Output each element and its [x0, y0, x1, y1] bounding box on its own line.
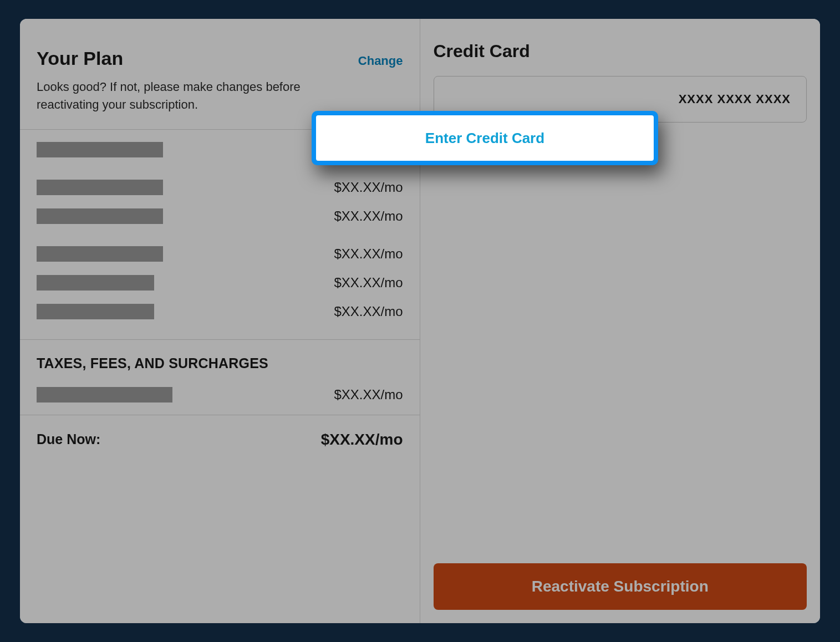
- redacted-label: [37, 275, 154, 291]
- taxes-title: TAXES, FEES, AND SURCHARGES: [37, 355, 403, 371]
- spacer: [434, 123, 807, 563]
- card-number-masked: XXXX XXXX XXXX: [679, 92, 791, 106]
- taxes-section: TAXES, FEES, AND SURCHARGES $XX.XX/mo: [20, 340, 420, 415]
- line-item-row: $XX.XX/mo: [37, 387, 403, 402]
- credit-card-panel: Credit Card XXXX XXXX XXXX Reactivate Su…: [420, 19, 821, 623]
- line-item-price: $XX.XX/mo: [334, 180, 403, 195]
- reactivate-subscription-button[interactable]: Reactivate Subscription: [434, 563, 807, 610]
- line-item-row: $XX.XX/mo: [37, 275, 403, 291]
- taxes-price: $XX.XX/mo: [334, 387, 403, 402]
- due-now-price: $XX.XX/mo: [321, 431, 403, 449]
- plan-title-row: Your Plan Change: [37, 48, 403, 69]
- line-item-price: $XX.XX/mo: [334, 208, 403, 224]
- billing-card: Your Plan Change Looks good? If not, ple…: [20, 19, 820, 623]
- enter-credit-card-button[interactable]: Enter Credit Card: [316, 115, 654, 161]
- plan-title: Your Plan: [37, 48, 123, 69]
- redacted-label: [37, 180, 163, 195]
- change-plan-link[interactable]: Change: [358, 54, 403, 68]
- redacted-label: [37, 208, 163, 224]
- credit-card-title: Credit Card: [434, 41, 807, 62]
- line-item-group: $XX.XX/mo $XX.XX/mo: [37, 180, 403, 224]
- due-now-section: Due Now: $XX.XX/mo: [20, 415, 420, 460]
- redacted-label: [37, 387, 172, 402]
- line-item-price: $XX.XX/mo: [334, 246, 403, 262]
- plan-subtitle: Looks good? If not, please make changes …: [37, 78, 325, 114]
- line-item-row: $XX.XX/mo: [37, 246, 403, 262]
- line-item-price: $XX.XX/mo: [334, 304, 403, 319]
- redacted-label: [37, 246, 163, 262]
- line-item-row: $XX.XX/mo: [37, 180, 403, 195]
- due-now-label: Due Now:: [37, 431, 100, 447]
- enter-credit-card-highlight: Enter Credit Card: [312, 111, 658, 165]
- redacted-label: [37, 142, 163, 157]
- plan-panel: Your Plan Change Looks good? If not, ple…: [20, 19, 420, 623]
- line-item-row: $XX.XX/mo: [37, 208, 403, 224]
- line-item-price: $XX.XX/mo: [334, 275, 403, 291]
- redacted-label: [37, 304, 154, 319]
- line-item-row: $XX.XX/mo: [37, 304, 403, 319]
- line-item-group: $XX.XX/mo $XX.XX/mo $XX.XX/mo: [37, 246, 403, 319]
